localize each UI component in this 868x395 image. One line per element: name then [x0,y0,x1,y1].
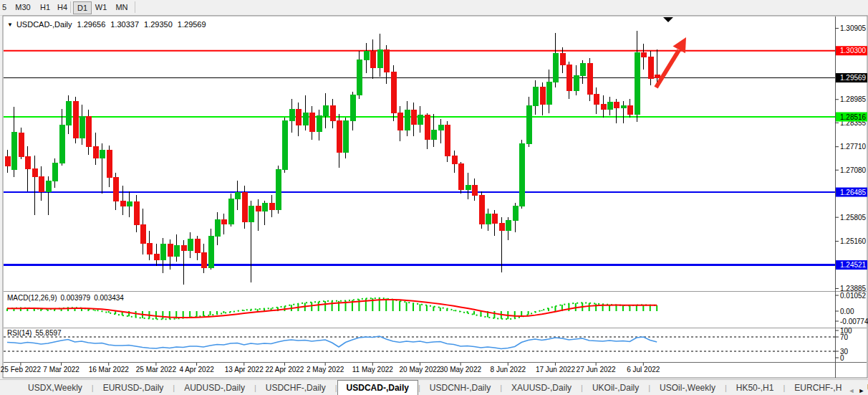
tab-usdx-weekly[interactable]: USDX,Weekly [19,381,92,395]
chart-title: ▼USDCAD-,Daily1.296561.303371.293501.295… [7,20,206,29]
rsi-axis-label: 0 [840,354,844,362]
date-tick-label: 8 Jun 2022 [491,366,526,373]
price-box-label: 1.26485 [840,189,867,196]
tab-ukoil-daily[interactable]: UKOil-,Daily [583,381,648,395]
price-tick-label: 1.25160 [840,237,867,245]
rsi-indicator-name: RSI(14) [7,329,32,337]
rsi-label: RSI(14)55.8597 [7,329,62,337]
ohlc-high: 1.30337 [110,20,139,29]
price-chart[interactable]: 1.309051.289851.283551.277101.270801.258… [0,0,868,395]
date-tick-label: 22 Apr 2022 [265,366,304,373]
tab-scroll-left-icon[interactable]: ◄ [847,387,857,394]
price-box-label: 1.29569 [840,74,867,82]
macd-label: MACD(12,26,9)0.0039790.003434 [7,294,124,302]
date-tick-label: 17 Jun 2022 [536,366,575,373]
symbol-tab-bar: USDX,Weekly|EURUSD-,Daily|AUDUSD-,Daily|… [0,379,868,395]
price-tick-label: 1.25805 [840,214,867,222]
tab-scroll-right-icon[interactable]: ► [857,387,867,394]
macd-axis-label: 0.00 [840,308,854,315]
date-tick-label: 30 May 2022 [440,366,481,373]
price-tick-label: 1.28985 [840,95,867,103]
tab-scrollers: ◄► [842,383,867,395]
price-tick-label: 1.27710 [840,143,867,151]
date-tick-label: 25 Mar 2022 [136,366,177,373]
ohlc-open: 1.29656 [77,20,106,29]
tab-xauusd-daily[interactable]: XAUUSD-,Daily [502,381,581,395]
price-box-label: 1.30300 [840,47,867,54]
price-box-label: 1.28516 [840,113,867,121]
tab-usdcad-daily[interactable]: USDCAD-,Daily [337,380,418,395]
macd-signal-value: 0.003434 [94,294,124,302]
rsi-value: 55.8597 [35,329,61,337]
date-tick-label: 6 Jul 2022 [627,366,660,373]
symbol-dropdown-icon[interactable]: ▼ [7,22,13,28]
date-tick-label: 27 Jun 2022 [577,366,616,373]
macd-indicator-name: MACD(12,26,9) [7,294,57,302]
date-tick-label: 25 Feb 2022 [1,366,42,373]
price-box-label: 1.24521 [840,261,867,269]
date-tick-label: 20 May 2022 [400,366,441,373]
ohlc-close: 1.29569 [178,20,206,29]
price-tick-label: 1.27080 [840,166,867,174]
chart-symbol-label: USDCAD-,Daily [16,20,72,29]
date-tick-label: 7 Mar 2022 [43,366,79,373]
macd-axis-label: -0.007744 [840,318,868,325]
macd-main-value: 0.003979 [60,294,90,302]
date-tick-label: 4 Apr 2022 [179,366,214,373]
date-tick-label: 2 May 2022 [307,366,344,373]
date-tick-label: 11 May 2022 [352,366,394,373]
tab-hk50-h1[interactable]: HK50-,H1 [727,381,783,395]
tab-usdchf-daily[interactable]: USDCHF-,Daily [256,381,335,395]
macd-axis-label: 0.01052 [840,292,867,300]
price-tick-label: 1.30905 [840,24,867,32]
tab-usoil-weekly[interactable]: USOil-,Weekly [650,381,725,395]
tab-audusd-daily[interactable]: AUDUSD-,Daily [175,381,254,395]
tab-usdcnh-daily[interactable]: USDCNH-,Daily [420,381,500,395]
rsi-axis-label: 70 [840,333,849,341]
ohlc-low: 1.29350 [144,20,173,29]
date-tick-label: 13 Apr 2022 [225,366,264,373]
tab-eurusd-daily[interactable]: EURUSD-,Daily [94,381,173,395]
date-tick-label: 16 Mar 2022 [89,366,130,373]
